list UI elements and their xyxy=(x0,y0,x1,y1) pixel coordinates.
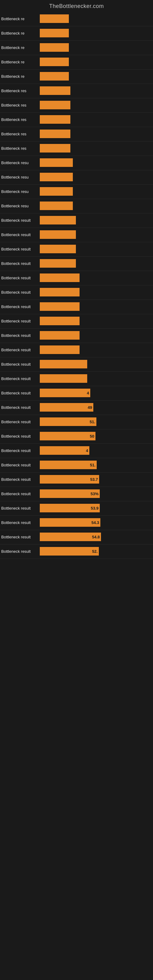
bar-label: Bottleneck result xyxy=(0,348,40,352)
table-row: Bottleneck result51. xyxy=(0,458,153,473)
table-row: Bottleneck re xyxy=(0,12,153,26)
bar-label: Bottleneck result xyxy=(0,319,40,323)
site-title: TheBottlenecker.com xyxy=(0,0,153,12)
bar-label: Bottleneck result xyxy=(0,434,40,439)
bar-label: Bottleneck resu xyxy=(0,161,40,165)
table-row: Bottleneck result51. xyxy=(0,415,153,430)
bar-label: Bottleneck resu xyxy=(0,175,40,180)
table-row: Bottleneck result xyxy=(0,357,153,372)
bar-value: 4 xyxy=(86,449,88,453)
bar-value: 50 xyxy=(90,434,94,439)
table-row: Bottleneck result53.9 xyxy=(0,501,153,516)
bar-label: Bottleneck resu xyxy=(0,204,40,208)
table-row: Bottleneck result xyxy=(0,285,153,300)
table-row: Bottleneck re xyxy=(0,41,153,55)
table-row: Bottleneck res xyxy=(0,98,153,113)
bar-value: 54.8 xyxy=(92,535,100,539)
bar-label: Bottleneck re xyxy=(0,16,40,21)
bar-label: Bottleneck result xyxy=(0,333,40,338)
bar-label: Bottleneck result xyxy=(0,506,40,511)
table-row: Bottleneck res xyxy=(0,142,153,156)
table-row: Bottleneck resu xyxy=(0,170,153,185)
table-row: Bottleneck result4 xyxy=(0,444,153,458)
bar-value: 54.3 xyxy=(91,520,99,525)
bar-label: Bottleneck re xyxy=(0,74,40,79)
bar-value: 49 xyxy=(88,405,92,410)
table-row: Bottleneck result xyxy=(0,228,153,242)
bar-label: Bottleneck resu xyxy=(0,189,40,194)
table-row: Bottleneck resu xyxy=(0,199,153,213)
bar-label: Bottleneck result xyxy=(0,218,40,223)
table-row: Bottleneck resu xyxy=(0,156,153,170)
bar-label: Bottleneck result xyxy=(0,449,40,453)
bar-label: Bottleneck result xyxy=(0,535,40,539)
table-row: Bottleneck re xyxy=(0,70,153,84)
bar-label: Bottleneck re xyxy=(0,45,40,50)
table-row: Bottleneck result50 xyxy=(0,430,153,444)
table-row: Bottleneck result xyxy=(0,213,153,228)
bar-label: Bottleneck res xyxy=(0,146,40,151)
table-row: Bottleneck result54.8 xyxy=(0,530,153,544)
bar-label: Bottleneck result xyxy=(0,376,40,381)
bar-label: Bottleneck res xyxy=(0,132,40,136)
bar-label: Bottleneck result xyxy=(0,290,40,294)
bar-value: 52. xyxy=(92,549,97,554)
table-row: Bottleneck result52. xyxy=(0,544,153,559)
table-row: Bottleneck re xyxy=(0,55,153,70)
bar-label: Bottleneck result xyxy=(0,261,40,266)
bar-label: Bottleneck result xyxy=(0,391,40,395)
bar-label: Bottleneck result xyxy=(0,275,40,280)
bar-label: Bottleneck re xyxy=(0,31,40,35)
table-row: Bottleneck result xyxy=(0,314,153,329)
bar-value: 53.9 xyxy=(91,506,99,511)
table-row: Bottleneck res xyxy=(0,113,153,127)
bar-label: Bottleneck result xyxy=(0,247,40,251)
bar-label: Bottleneck result xyxy=(0,463,40,467)
bar-label: Bottleneck re xyxy=(0,60,40,64)
table-row: Bottleneck result54.3 xyxy=(0,516,153,530)
table-row: Bottleneck result xyxy=(0,242,153,257)
bar-label: Bottleneck result xyxy=(0,362,40,367)
bar-value: 53.7 xyxy=(90,477,98,482)
table-row: Bottleneck result xyxy=(0,271,153,285)
bar-label: Bottleneck result xyxy=(0,477,40,482)
bar-label: Bottleneck result xyxy=(0,420,40,424)
bar-value: 51. xyxy=(90,463,96,467)
table-row: Bottleneck result xyxy=(0,257,153,271)
bar-label: Bottleneck result xyxy=(0,520,40,525)
bar-value: 4 xyxy=(87,391,89,395)
bar-value: 53% xyxy=(91,492,99,496)
bar-label: Bottleneck result xyxy=(0,232,40,237)
table-row: Bottleneck re xyxy=(0,26,153,41)
table-row: Bottleneck result53.7 xyxy=(0,473,153,487)
bar-label: Bottleneck result xyxy=(0,405,40,410)
table-row: Bottleneck result49 xyxy=(0,401,153,415)
table-row: Bottleneck result4 xyxy=(0,386,153,401)
bar-label: Bottleneck result xyxy=(0,549,40,554)
table-row: Bottleneck res xyxy=(0,127,153,142)
table-row: Bottleneck result53% xyxy=(0,487,153,501)
table-row: Bottleneck result xyxy=(0,372,153,386)
table-row: Bottleneck res xyxy=(0,84,153,98)
table-row: Bottleneck result xyxy=(0,343,153,357)
bar-value: 51. xyxy=(90,420,95,424)
bar-label: Bottleneck result xyxy=(0,304,40,309)
bar-label: Bottleneck res xyxy=(0,89,40,93)
bar-label: Bottleneck res xyxy=(0,103,40,108)
bar-label: Bottleneck result xyxy=(0,492,40,496)
table-row: Bottleneck result xyxy=(0,300,153,314)
bar-label: Bottleneck res xyxy=(0,117,40,122)
table-row: Bottleneck resu xyxy=(0,185,153,199)
table-row: Bottleneck result xyxy=(0,329,153,343)
